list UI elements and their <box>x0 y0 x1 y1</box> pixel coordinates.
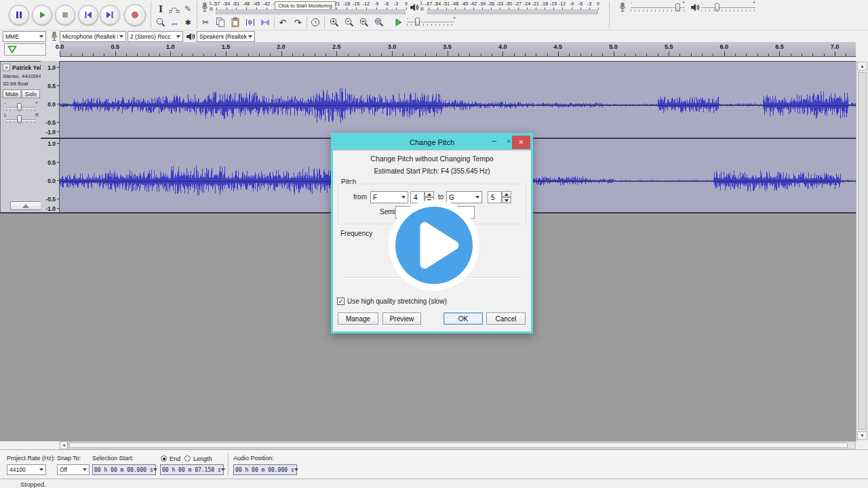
vertical-scrollbar[interactable]: ▲ ▼ <box>856 61 868 441</box>
chevron-down-icon <box>248 35 252 38</box>
high-quality-checkbox-label[interactable]: Use high quality stretching (slow) <box>347 298 447 305</box>
ruler-label: 3.5 <box>440 43 455 50</box>
horizontal-scrollbar-thumb[interactable] <box>69 443 848 448</box>
ruler-tick <box>469 54 470 56</box>
snap-to-dropdown[interactable]: Off <box>57 464 90 475</box>
fit-project-button[interactable] <box>373 16 385 28</box>
mute-button[interactable]: Mute <box>3 89 21 98</box>
solo-button[interactable]: Solo <box>22 89 40 98</box>
sync-lock-button[interactable] <box>309 16 321 28</box>
play-at-speed-button[interactable] <box>392 16 404 28</box>
playback-volume-ticks <box>701 9 755 12</box>
ok-button[interactable]: OK <box>443 312 483 325</box>
length-radio-label[interactable]: Length <box>193 455 212 462</box>
waveform-channel-left[interactable] <box>60 62 856 138</box>
ruler-tick <box>525 54 526 56</box>
ruler-tick <box>359 54 359 56</box>
timeline-options-button[interactable] <box>4 43 46 56</box>
ruler-label: 2.5 <box>329 43 344 50</box>
record-button[interactable] <box>124 4 146 26</box>
audio-position-field[interactable]: 00 h 00 m 00.000 s <box>233 464 297 475</box>
zoom-tool-button[interactable] <box>155 16 167 28</box>
horizontal-scrollbar-track[interactable] <box>68 441 856 449</box>
ruler-tick <box>746 54 747 56</box>
ruler-tick <box>757 54 758 56</box>
recording-channels-dropdown[interactable]: 2 (Stereo) Recc <box>127 31 183 42</box>
cut-button[interactable]: ✂ <box>199 16 212 28</box>
zoom-out-button[interactable] <box>343 16 355 28</box>
paste-button[interactable] <box>229 16 241 28</box>
pan-slider-thumb[interactable] <box>17 115 22 123</box>
scroll-down-button[interactable]: ▼ <box>857 431 867 440</box>
multi-tool-button[interactable]: ✱ <box>182 16 194 28</box>
undo-button[interactable]: ↶ <box>277 16 289 28</box>
playback-device-value: Speakers (Realtek High D <box>199 33 247 40</box>
manage-button[interactable]: Manage <box>338 312 378 325</box>
ruler-tick <box>414 54 415 56</box>
cancel-button[interactable]: Cancel <box>486 312 526 325</box>
recording-device-dropdown[interactable]: Microphone (Realtek Hi <box>60 31 126 42</box>
zoom-in-button[interactable] <box>328 16 340 28</box>
play-button[interactable] <box>32 5 52 25</box>
speed-slider-thumb[interactable] <box>415 18 420 26</box>
spin-up-button[interactable] <box>425 191 434 197</box>
track-close-button[interactable]: × <box>3 64 10 71</box>
pause-button[interactable] <box>9 5 29 25</box>
fit-selection-button[interactable] <box>358 16 370 28</box>
skip-to-end-button[interactable] <box>100 5 120 25</box>
mixer-toolbar: - + - + <box>612 0 768 15</box>
vertical-scrollbar-thumb[interactable] <box>858 72 867 430</box>
toolbar-separator <box>307 16 307 28</box>
skip-to-start-button[interactable] <box>78 5 98 25</box>
length-radio[interactable] <box>184 455 191 462</box>
pitch-to-octave-field[interactable]: 5 <box>488 191 502 203</box>
scroll-left-button[interactable]: ◂ <box>60 441 68 449</box>
ruler-tick <box>768 54 769 56</box>
trim-audio-button[interactable] <box>244 16 256 28</box>
selection-end-field[interactable]: 00 h 00 m 07.158 s <box>160 464 224 475</box>
monitoring-tooltip[interactable]: Click to Start Monitoring <box>275 1 336 10</box>
envelope-tool-button[interactable] <box>168 3 180 15</box>
selection-tool-button[interactable]: I <box>155 3 167 15</box>
playback-device-dropdown[interactable]: Speakers (Realtek High D <box>197 31 255 42</box>
track-collapse-button[interactable] <box>10 201 41 210</box>
audio-host-dropdown[interactable]: MME <box>3 31 46 42</box>
end-radio[interactable] <box>161 455 167 462</box>
audio-position-value: 00 h 00 m 00.000 s <box>235 467 294 473</box>
collapse-triangle-icon <box>22 204 29 208</box>
dialog-titlebar[interactable]: Change Pitch <box>333 135 531 150</box>
gain-slider-thumb[interactable] <box>17 103 22 111</box>
draw-tool-button[interactable]: ✎ <box>182 3 194 15</box>
playback-volume-groove[interactable] <box>701 7 755 9</box>
selection-start-field[interactable]: 00 h 00 m 00.000 s <box>92 464 156 475</box>
preview-button[interactable]: Preview <box>382 312 421 325</box>
ruler-tick <box>104 54 104 56</box>
snap-to-label: Snap To: <box>57 455 81 462</box>
video-play-overlay[interactable] <box>387 198 481 293</box>
high-quality-checkbox[interactable]: ✓ <box>337 298 344 305</box>
ruler-tick <box>835 52 835 56</box>
project-rate-dropdown[interactable]: 44100 <box>7 464 46 475</box>
stop-button[interactable] <box>55 5 75 25</box>
scroll-up-button[interactable]: ▲ <box>857 62 867 70</box>
ruler-tick <box>170 52 171 56</box>
ruler-tick <box>281 52 282 56</box>
speed-slider-groove[interactable] <box>407 22 454 23</box>
recording-volume-thumb[interactable] <box>675 3 680 12</box>
timeline-ruler[interactable]: 0.00.51.01.52.02.53.03.54.04.55.05.56.06… <box>60 42 856 57</box>
ruler-label: 4.0 <box>495 43 510 50</box>
redo-button[interactable]: ↷ <box>292 16 304 28</box>
pitch-to-octave-spinner[interactable] <box>502 191 511 203</box>
ruler-tick <box>691 54 692 56</box>
spin-up-button[interactable] <box>502 191 511 197</box>
playback-meter-toolbar[interactable]: L R -57-54-51-48-45-42-39-36-33-30-27-24… <box>408 0 608 15</box>
spin-down-button[interactable] <box>502 197 511 203</box>
silence-audio-button[interactable] <box>259 16 271 28</box>
track-info-bitdepth: 32-bit float <box>3 81 28 87</box>
close-button[interactable]: ✕ <box>512 136 530 149</box>
minimize-button[interactable]: – <box>489 136 500 147</box>
end-radio-label[interactable]: End <box>170 455 180 462</box>
timeshift-tool-button[interactable]: ↔ <box>168 16 180 28</box>
playback-volume-thumb[interactable] <box>715 3 719 12</box>
copy-button[interactable] <box>214 16 226 28</box>
